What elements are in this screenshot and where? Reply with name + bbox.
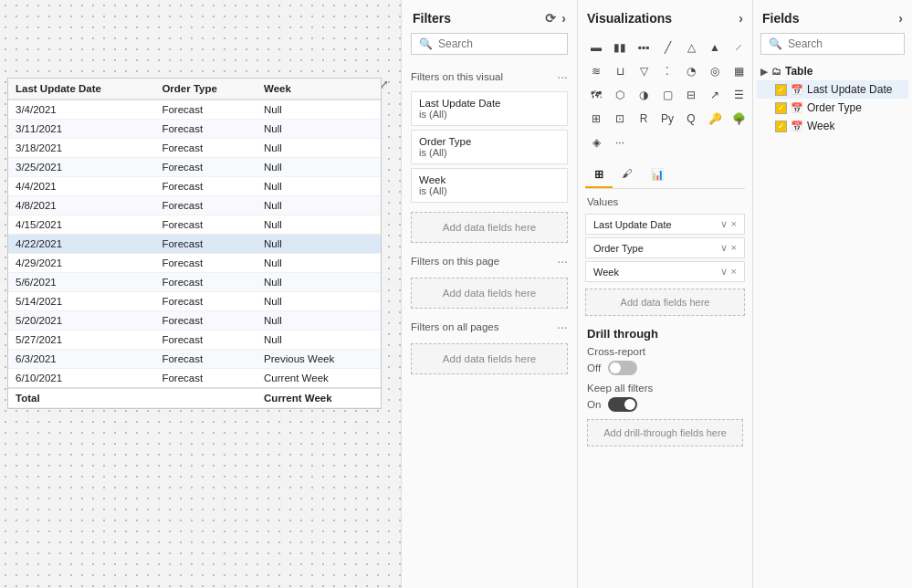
viz-pill-chevron-1[interactable]: ∨: [720, 242, 728, 254]
filters-visual-dots[interactable]: ···: [557, 69, 568, 84]
filter-name-0: Last Update Date: [419, 98, 560, 109]
viz-icon-multi-card[interactable]: ⊟: [680, 84, 702, 106]
viz-icon-pie[interactable]: ◔: [680, 60, 702, 82]
viz-pill-x-1[interactable]: ×: [731, 242, 737, 254]
viz-icon-decomp-tree[interactable]: 🌳: [728, 108, 750, 130]
viz-icon-waterfall[interactable]: ⊔: [609, 60, 631, 82]
viz-icon-filled-map[interactable]: ⬡: [609, 84, 631, 106]
viz-pill-x-2[interactable]: ×: [731, 266, 737, 278]
drill-through-title: Drill through: [587, 327, 743, 341]
viz-icon-funnel[interactable]: ▽: [633, 60, 655, 82]
filter-item-2[interactable]: Week is (All): [411, 168, 568, 203]
viz-icon-stacked-area[interactable]: ▲: [704, 37, 726, 58]
viz-pill-icons-0: ∨ ×: [720, 218, 737, 230]
viz-pill-chevron-0[interactable]: ∨: [720, 218, 728, 230]
viz-icon-kpi[interactable]: ↗: [704, 84, 726, 106]
viz-icon-table[interactable]: ⊞: [585, 108, 607, 130]
table-row[interactable]: 4/22/2021ForecastNull: [8, 235, 381, 254]
viz-icon-100pct-bar[interactable]: ▪▪▪: [633, 37, 655, 58]
filters-page-dots[interactable]: ···: [557, 254, 568, 268]
fields-expand-icon[interactable]: ›: [898, 11, 903, 26]
fields-field-row-0[interactable]: ✓ 📅 Last Update Date: [757, 80, 908, 99]
viz-field-pill-2[interactable]: Week ∨ ×: [585, 261, 745, 282]
field-checkbox-1[interactable]: ✓: [775, 102, 787, 114]
fields-field-row-2[interactable]: ✓ 📅 Week: [757, 117, 908, 135]
viz-expand-icon[interactable]: ›: [739, 11, 743, 26]
table-row[interactable]: 6/10/2021ForecastCurrent Week: [8, 369, 381, 389]
viz-icon-qa[interactable]: Q: [680, 108, 702, 130]
viz-icon-area[interactable]: △: [680, 37, 702, 58]
filters-search-icon: 🔍: [419, 37, 433, 50]
filter-item-1[interactable]: Order Type is (All): [411, 130, 568, 164]
viz-tab-build[interactable]: ⊞: [585, 163, 613, 188]
viz-field-pill-1[interactable]: Order Type ∨ ×: [585, 237, 745, 258]
keep-filters-toggle[interactable]: [608, 397, 637, 412]
filters-info-icon[interactable]: ⟳: [545, 11, 556, 26]
viz-icon-treemap[interactable]: ▦: [728, 60, 750, 82]
table-row[interactable]: 4/15/2021ForecastNull: [8, 215, 381, 235]
viz-add-fields[interactable]: Add data fields here: [585, 289, 745, 316]
table-row[interactable]: 4/29/2021ForecastNull: [8, 254, 381, 273]
viz-icon-shape[interactable]: ◈: [585, 131, 607, 153]
table-row[interactable]: 5/6/2021ForecastNull: [8, 273, 381, 292]
table-cell-10-0: 5/14/2021: [8, 292, 154, 311]
table-row[interactable]: 5/20/2021ForecastNull: [8, 311, 381, 331]
viz-icon-donut[interactable]: ◎: [704, 60, 726, 82]
field-name-2: Week: [807, 120, 834, 132]
table-row[interactable]: 3/25/2021ForecastNull: [8, 158, 381, 177]
filters-add-all-pages-fields[interactable]: Add data fields here: [411, 343, 568, 374]
viz-icon-python[interactable]: Py: [656, 108, 678, 130]
viz-pill-x-0[interactable]: ×: [731, 218, 737, 230]
table-row[interactable]: 6/3/2021ForecastPrevious Week: [8, 350, 381, 369]
viz-icon-clustered-bar[interactable]: ▮▮: [609, 37, 631, 58]
filters-add-visual-fields[interactable]: Add data fields here: [411, 212, 568, 243]
table-row[interactable]: 5/27/2021ForecastNull: [8, 331, 381, 350]
drill-through-add-fields[interactable]: Add drill-through fields here: [587, 419, 743, 446]
fields-table-row[interactable]: ▶ 🗂 Table: [757, 62, 908, 80]
table-row[interactable]: 3/4/2021ForecastNull: [8, 100, 381, 120]
viz-tabs: ⊞ 🖌 📊: [585, 163, 745, 189]
viz-icon-scatter[interactable]: ⁚: [656, 60, 678, 82]
viz-icon-line-clustered[interactable]: ⟋: [728, 37, 750, 58]
filters-search-input[interactable]: [438, 37, 560, 50]
viz-pill-chevron-2[interactable]: ∨: [720, 266, 728, 278]
table-row[interactable]: 4/8/2021ForecastNull: [8, 196, 381, 215]
fields-search-input[interactable]: [788, 37, 896, 50]
table-cell-12-1: Forecast: [154, 331, 257, 350]
table-header-row: Last Update Date Order Type Week: [8, 79, 381, 100]
cross-report-toggle[interactable]: [608, 361, 637, 375]
field-checkbox-2[interactable]: ✓: [775, 121, 787, 132]
viz-tab-analytics[interactable]: 📊: [642, 163, 673, 188]
filters-on-visual-label: Filters on this visual ···: [402, 64, 577, 88]
field-checkbox-0[interactable]: ✓: [775, 84, 787, 96]
table-row[interactable]: 3/18/2021ForecastNull: [8, 139, 381, 158]
table-cell-13-1: Forecast: [154, 350, 257, 369]
fields-field-row-1[interactable]: ✓ 📅 Order Type: [757, 99, 908, 117]
filters-search-box[interactable]: 🔍: [411, 33, 568, 55]
filter-item-0[interactable]: Last Update Date is (All): [411, 91, 568, 126]
viz-icon-card[interactable]: ▢: [656, 84, 678, 106]
viz-icon-matrix[interactable]: ⊡: [609, 108, 631, 130]
fields-search-box[interactable]: 🔍: [760, 33, 905, 55]
viz-tab-format-icon: 🖌: [622, 168, 633, 179]
viz-icon-stacked-bar[interactable]: ▬: [585, 37, 607, 58]
table-cell-10-1: Forecast: [154, 292, 257, 311]
table-row[interactable]: 3/11/2021ForecastNull: [8, 120, 381, 139]
viz-icon-key-influencers[interactable]: 🔑: [704, 108, 726, 130]
viz-field-pill-0[interactable]: Last Update Date ∨ ×: [585, 214, 745, 235]
filters-all-pages-dots[interactable]: ···: [557, 320, 568, 334]
filters-add-page-fields[interactable]: Add data fields here: [411, 278, 568, 309]
fields-tree: ▶ 🗂 Table ✓ 📅 Last Update Date✓ 📅 Order …: [753, 62, 912, 137]
table-row[interactable]: 5/14/2021ForecastNull: [8, 292, 381, 311]
viz-icon-r[interactable]: R: [633, 108, 655, 130]
viz-icon-more[interactable]: ···: [609, 131, 631, 153]
filters-expand-icon[interactable]: ›: [561, 11, 566, 26]
viz-icon-ribbon[interactable]: ≋: [585, 60, 607, 82]
viz-icon-gauge[interactable]: ◑: [633, 84, 655, 106]
fields-table-name: Table: [785, 65, 812, 78]
table-row[interactable]: 4/4/2021ForecastNull: [8, 177, 381, 196]
viz-tab-format[interactable]: 🖌: [613, 163, 642, 188]
viz-icon-line[interactable]: ╱: [656, 37, 678, 58]
viz-icon-slicer[interactable]: ☰: [728, 84, 750, 106]
viz-icon-map[interactable]: 🗺: [585, 84, 607, 106]
